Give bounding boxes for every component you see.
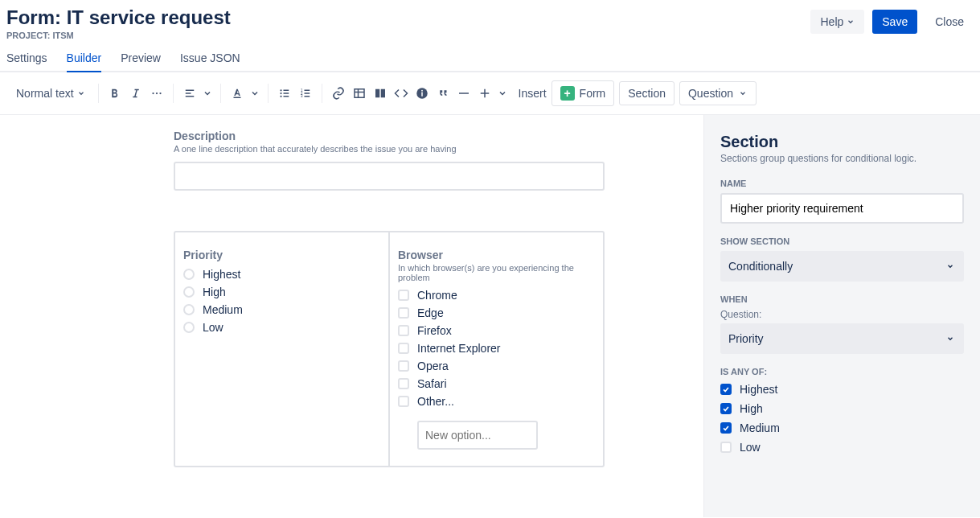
- browser-column: Browser In which browser(s) are you expe…: [388, 232, 603, 466]
- chevron-down-icon: [77, 89, 85, 97]
- svg-point-7: [280, 89, 281, 91]
- chevron-down-icon[interactable]: [498, 88, 507, 98]
- insert-label: Insert: [519, 87, 547, 100]
- radio-icon: [183, 269, 195, 280]
- checkbox-icon: [720, 442, 732, 453]
- when-value: Priority: [728, 332, 764, 345]
- section-name-input[interactable]: [720, 193, 964, 224]
- anyof-option[interactable]: Low: [720, 441, 964, 454]
- sidebar-desc: Sections group questions for conditional…: [720, 153, 964, 164]
- plus-icon[interactable]: [477, 85, 493, 101]
- tab-settings[interactable]: Settings: [6, 47, 47, 71]
- svg-point-26: [421, 90, 423, 92]
- svg-rect-6: [233, 97, 240, 99]
- close-button[interactable]: Close: [925, 10, 974, 34]
- option-label: Opera: [417, 360, 449, 372]
- anyof-option[interactable]: High: [720, 402, 964, 415]
- browser-option[interactable]: Safari: [398, 377, 595, 390]
- section-insert-button[interactable]: Section: [619, 81, 675, 105]
- table-icon[interactable]: [351, 85, 367, 101]
- svg-rect-22: [375, 89, 379, 98]
- when-sublabel: Question:: [720, 309, 964, 320]
- priority-option[interactable]: High: [183, 286, 380, 298]
- bold-icon[interactable]: [107, 85, 123, 101]
- quote-icon[interactable]: [435, 85, 451, 101]
- checkbox-icon: [398, 307, 409, 319]
- link-icon[interactable]: [330, 85, 346, 101]
- svg-rect-12: [283, 96, 289, 97]
- separator: [322, 84, 322, 103]
- svg-point-2: [159, 92, 161, 94]
- browser-option[interactable]: Firefox: [398, 324, 595, 337]
- divider-icon[interactable]: [456, 85, 472, 101]
- browser-label: Browser: [398, 249, 595, 261]
- option-label: Chrome: [417, 289, 457, 302]
- priority-option[interactable]: Medium: [183, 303, 380, 316]
- priority-label: Priority: [183, 249, 380, 261]
- checkbox-icon: [720, 384, 732, 395]
- option-label: Medium: [203, 303, 243, 316]
- question-insert-button[interactable]: Question: [679, 81, 757, 105]
- chevron-down-icon: [945, 262, 956, 270]
- align-icon[interactable]: [182, 85, 198, 101]
- new-option-input[interactable]: [417, 421, 538, 450]
- priority-option[interactable]: Highest: [183, 268, 380, 281]
- browser-option[interactable]: Edge: [398, 306, 595, 319]
- more-formatting-icon[interactable]: [149, 85, 165, 101]
- chevron-down-icon[interactable]: [250, 88, 260, 98]
- svg-rect-18: [304, 96, 310, 97]
- description-hint: A one line description that accurately d…: [174, 144, 605, 154]
- info-icon[interactable]: [414, 85, 430, 101]
- checkbox-icon: [398, 290, 409, 301]
- checkbox-icon: [720, 403, 732, 414]
- layout-icon[interactable]: [372, 85, 388, 101]
- text-style-select[interactable]: Normal text: [11, 84, 90, 103]
- text-color-icon[interactable]: [229, 85, 245, 101]
- anyof-option[interactable]: Medium: [720, 421, 964, 434]
- chevron-down-icon[interactable]: [203, 88, 212, 98]
- help-label: Help: [820, 15, 843, 28]
- help-button[interactable]: Help: [810, 10, 864, 34]
- description-field: Description A one line description that …: [174, 130, 605, 191]
- option-label: Medium: [740, 421, 780, 434]
- option-label: Edge: [417, 306, 444, 319]
- tab-builder[interactable]: Builder: [67, 47, 102, 72]
- browser-option[interactable]: Opera: [398, 360, 595, 372]
- italic-icon[interactable]: [128, 85, 144, 101]
- radio-icon: [183, 286, 195, 298]
- when-question-select[interactable]: Priority: [720, 323, 964, 354]
- browser-option[interactable]: Internet Explorer: [398, 342, 595, 355]
- svg-text:3: 3: [301, 94, 303, 98]
- text-style-label: Normal text: [16, 87, 74, 100]
- show-section-select[interactable]: Conditionally: [720, 251, 964, 282]
- option-label: High: [740, 402, 763, 415]
- checkbox-icon: [398, 360, 409, 372]
- svg-point-1: [155, 92, 157, 94]
- form-insert-button[interactable]: + Form: [552, 80, 615, 106]
- browser-hint: In which browser(s) are you experiencing…: [398, 263, 595, 282]
- checkbox-icon: [398, 325, 409, 336]
- numbered-list-icon[interactable]: 123: [297, 85, 314, 101]
- priority-column: Priority HighestHighMediumLow: [175, 232, 388, 466]
- when-label: When: [720, 294, 964, 304]
- tab-issue-json[interactable]: Issue JSON: [180, 47, 240, 71]
- code-icon[interactable]: [393, 85, 409, 101]
- svg-rect-19: [355, 89, 364, 98]
- chevron-down-icon: [847, 18, 855, 26]
- description-label: Description: [174, 130, 605, 142]
- bullet-list-icon[interactable]: [277, 85, 293, 101]
- separator: [268, 84, 269, 103]
- anyof-option[interactable]: Highest: [720, 383, 964, 396]
- page-title: Form: IT service request: [6, 6, 231, 29]
- browser-option[interactable]: Other...: [398, 395, 595, 408]
- browser-option[interactable]: Chrome: [398, 289, 595, 302]
- save-button[interactable]: Save: [872, 10, 917, 34]
- svg-rect-16: [304, 92, 310, 94]
- show-section-label: Show section: [720, 236, 964, 246]
- tab-preview[interactable]: Preview: [121, 47, 161, 71]
- priority-option[interactable]: Low: [183, 321, 380, 334]
- option-label: Safari: [417, 377, 447, 390]
- option-label: Low: [740, 441, 761, 454]
- separator: [220, 84, 221, 103]
- description-input[interactable]: [174, 162, 605, 191]
